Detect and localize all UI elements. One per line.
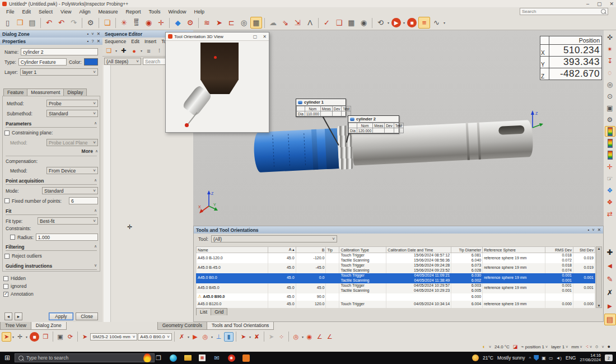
gauge-icon[interactable]: ⚙ xyxy=(184,17,196,29)
column-header-a[interactable]: A ▴ xyxy=(268,247,296,253)
redo-icon[interactable]: ↷ xyxy=(68,17,80,29)
news-interests-icon[interactable] xyxy=(143,353,151,362)
radius-checkbox[interactable] xyxy=(10,235,15,240)
submethod-select[interactable]: Standard xyxy=(46,110,98,117)
tool-row-a45.0-b0.0[interactable]: A45.0 B0.045.00.0Touch Trigger Tactile S… xyxy=(197,273,595,283)
close-icon[interactable]: ✕ xyxy=(97,31,100,36)
pin-icon[interactable]: ▪ xyxy=(87,31,89,36)
tool-tree-icon[interactable]: ⊥ xyxy=(214,332,223,342)
hidden-checkbox[interactable] xyxy=(3,276,8,281)
report-check-icon[interactable]: ✓ xyxy=(321,17,333,29)
device-mesh-icon[interactable]: ◉ xyxy=(143,17,155,29)
media-app-icon[interactable]: ◉ xyxy=(225,353,237,363)
units-select[interactable]: mm xyxy=(571,344,582,349)
tool-orientation-select[interactable]: A45.0 B90.0 xyxy=(138,333,172,340)
close-icon[interactable]: ✕ xyxy=(97,39,100,44)
select-hand-icon[interactable]: ☞ xyxy=(605,173,615,184)
annotation-cylinder-2[interactable]: cylinder 2NomMeasDevTestDia120.000 xyxy=(348,115,399,134)
column-header-tip[interactable]: Tip xyxy=(326,247,339,253)
start-button[interactable]: ⊞ xyxy=(0,354,15,362)
keyway-slot[interactable] xyxy=(498,125,525,135)
import-icon[interactable]: ❏ xyxy=(101,17,113,29)
capture-report-icon[interactable]: ❑ xyxy=(333,17,345,29)
comp-method-select[interactable]: From Device xyxy=(46,167,98,174)
flag-icon[interactable]: ◪ xyxy=(513,344,518,349)
sync-dropdown[interactable] xyxy=(601,345,604,349)
maximize-icon[interactable]: ▢ xyxy=(253,34,258,39)
clock[interactable]: 14:16 27/06/2024 xyxy=(580,353,601,363)
column-header-b[interactable]: B xyxy=(296,247,326,253)
zoom-region-icon[interactable]: ◌ xyxy=(605,67,615,78)
table-scrollbar[interactable]: ▲▼ xyxy=(596,246,602,308)
guiding-instructions-section[interactable]: Guiding instructions∨ xyxy=(6,263,97,270)
fit-type-select[interactable]: Best-fit xyxy=(38,217,98,225)
zoom-tool-icon[interactable]: ◎ xyxy=(238,17,250,29)
target-caret[interactable]: ▾ xyxy=(302,335,304,339)
bottom-tab-tree-view[interactable]: Tree View xyxy=(0,322,31,330)
maximize-button[interactable]: ▢ xyxy=(597,1,602,7)
share-icon[interactable]: ⟲ xyxy=(375,17,386,29)
probe-vector-icon[interactable]: ➤ xyxy=(213,17,225,29)
mode-select[interactable]: Standard xyxy=(42,187,98,194)
check-tool-caret[interactable]: ▾ xyxy=(211,335,213,339)
bottom-tab-tools-and-tool-orientations[interactable]: Tools and Tool Orientations xyxy=(207,322,274,330)
pin-icon[interactable]: ▪ xyxy=(87,39,89,44)
cmm-rotate-icon[interactable]: ⟳ xyxy=(66,332,75,342)
menu-item-report[interactable]: Report xyxy=(122,8,144,15)
previous-move-icon[interactable]: ➤ xyxy=(267,332,276,342)
more-label[interactable]: More xyxy=(82,148,93,154)
fit-section[interactable]: Fit∧ xyxy=(6,208,97,215)
project-options-icon[interactable]: ⚙ xyxy=(85,17,96,29)
deviation-vectors-icon[interactable]: ✛ xyxy=(605,161,615,172)
tool-row-a45.0-b120.0[interactable]: A45.0 B120.045.0120.0Touch Trigger04/05/… xyxy=(197,301,595,308)
tab-measurement[interactable]: Measurement xyxy=(27,88,64,96)
layer-select[interactable]: layer 1 xyxy=(20,68,98,76)
menu-down-icon[interactable]: ˅ xyxy=(91,31,94,36)
point-acquisition-section[interactable]: Point acquisition∧ xyxy=(6,178,97,185)
probing-mode-caret[interactable]: ▾ xyxy=(12,335,14,339)
app-search-input[interactable]: Search xyxy=(520,8,608,15)
point-display-select[interactable]: ⁖ xyxy=(586,344,592,349)
probe-device-icon[interactable]: ⇘ xyxy=(279,17,291,29)
add-tool-icon[interactable]: ✚ xyxy=(604,246,616,258)
tab-feature[interactable]: Feature xyxy=(3,88,27,96)
parameters-section[interactable]: Parameters∧ xyxy=(6,121,97,128)
calibrate-tool-icon[interactable]: ✗ xyxy=(177,332,186,342)
close-icon[interactable]: ✕ xyxy=(263,34,267,39)
layer-select[interactable]: layer 1 xyxy=(551,344,568,349)
polyworks-taskbar-icon[interactable] xyxy=(240,353,252,363)
fixed-points-input[interactable]: 6 xyxy=(69,197,98,204)
menu-item-window[interactable]: Window xyxy=(164,8,190,15)
constraining-plane-checkbox[interactable] xyxy=(4,130,10,136)
taskbar-search-input[interactable]: Type here to search xyxy=(15,353,155,362)
mail-icon[interactable]: ✉ xyxy=(211,353,223,363)
help-icon[interactable]: ? xyxy=(92,39,94,44)
binary-readout-icon[interactable]: 010 011 110 xyxy=(130,19,142,27)
datum-star-icon[interactable]: ✳ xyxy=(118,17,130,29)
explorer-icon[interactable] xyxy=(181,353,194,363)
divider-compass-icon[interactable]: Λ xyxy=(304,17,316,29)
column-header-std-dev[interactable]: Std Dev xyxy=(573,247,595,253)
radius-input[interactable]: 1.000 xyxy=(36,234,98,241)
move-device-caret[interactable]: ▾ xyxy=(249,335,251,339)
save-icon[interactable]: ▤ xyxy=(26,17,38,29)
play-sequence-icon[interactable]: ▶ xyxy=(391,18,401,27)
cylinder-2-feature[interactable] xyxy=(253,128,339,172)
scroll-down-icon[interactable]: ▼ xyxy=(598,304,601,307)
fixed-points-checkbox[interactable] xyxy=(4,198,10,203)
import-tool-icon[interactable]: ◄ xyxy=(604,260,616,272)
tool-orientations-table[interactable]: NameA ▴BTipCalibration TypeCalibration D… xyxy=(196,246,595,308)
apply-button[interactable]: Apply xyxy=(49,312,73,320)
cmm-machine-icon[interactable]: ▣ xyxy=(55,332,65,342)
weather-desc[interactable]: Mostly sunny xyxy=(497,355,525,361)
language-indicator[interactable]: ENG xyxy=(566,355,576,361)
new-document-icon[interactable]: ▯ xyxy=(2,17,13,29)
steps-filter-select[interactable]: (All Steps) xyxy=(104,58,141,65)
menu-item-insert[interactable]: Insert xyxy=(144,39,156,44)
zoom-fit-icon[interactable]: ◎ xyxy=(605,79,615,90)
caliper-icon[interactable]: ⊏ xyxy=(226,17,237,29)
view-cube-icon[interactable]: ▣ xyxy=(605,102,615,113)
delete-tool-icon[interactable]: ✗ xyxy=(604,287,616,298)
project-to-plane-icon[interactable]: ↧ xyxy=(605,55,615,66)
menu-item-measure[interactable]: Measure xyxy=(94,8,122,15)
